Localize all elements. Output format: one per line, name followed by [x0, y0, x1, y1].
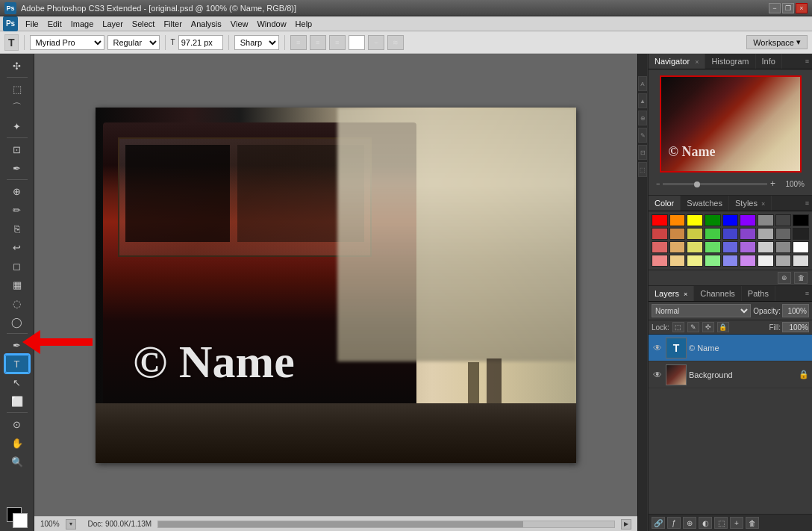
- align-right-button[interactable]: ≡: [329, 35, 346, 50]
- fill-input[interactable]: [782, 322, 809, 332]
- shape-tool[interactable]: ⬜: [5, 392, 29, 410]
- swatch-7[interactable]: [775, 214, 792, 226]
- swatch-18[interactable]: [652, 241, 668, 253]
- hand-tool[interactable]: ✋: [5, 434, 29, 452]
- 3d-tool[interactable]: ⊙: [5, 415, 29, 433]
- tab-styles[interactable]: Styles ×: [729, 196, 772, 211]
- delete-layer-button[interactable]: 🗑: [746, 517, 759, 529]
- crop-tool[interactable]: ⊡: [5, 140, 29, 158]
- clone-stamp-tool[interactable]: ⎘: [5, 220, 29, 237]
- menu-window[interactable]: Window: [252, 18, 290, 30]
- lasso-tool[interactable]: ⌒: [5, 99, 29, 117]
- menu-image[interactable]: Image: [66, 18, 99, 30]
- panel-icon-3[interactable]: ⊕: [638, 111, 647, 125]
- swatch-17[interactable]: [793, 228, 809, 240]
- eraser-tool[interactable]: ◻: [5, 257, 29, 275]
- warp-text-button[interactable]: ⌣: [368, 35, 384, 50]
- horizontal-scrollbar[interactable]: [157, 521, 615, 528]
- text-color-swatch[interactable]: [349, 35, 365, 50]
- swatch-20[interactable]: [687, 241, 703, 253]
- layer-mask-button[interactable]: ⊕: [683, 517, 696, 529]
- layer-visibility-bg[interactable]: 👁: [652, 369, 663, 381]
- swatch-10[interactable]: [669, 228, 686, 240]
- align-left-button[interactable]: ≡: [290, 35, 307, 50]
- swatch-4[interactable]: [722, 214, 739, 226]
- new-layer-button[interactable]: +: [730, 517, 743, 529]
- swatch-27[interactable]: [652, 255, 668, 267]
- zoom-tool[interactable]: 🔍: [5, 453, 29, 471]
- swatch-15[interactable]: [758, 228, 774, 240]
- layer-item-background[interactable]: 👁 Background 🔒: [649, 361, 812, 388]
- path-selection-tool[interactable]: ↖: [5, 373, 29, 391]
- tab-histogram[interactable]: Histogram: [705, 54, 755, 69]
- lock-all-button[interactable]: 🔒: [717, 322, 729, 332]
- swatch-33[interactable]: [758, 255, 774, 267]
- swatch-22[interactable]: [722, 241, 739, 253]
- layer-visibility-name[interactable]: 👁: [652, 342, 663, 354]
- create-new-channel-button[interactable]: ⊕: [778, 272, 791, 284]
- magic-wand-tool[interactable]: ✦: [5, 117, 29, 135]
- workspace-button[interactable]: Workspace ▾: [746, 35, 808, 49]
- swatch-14[interactable]: [740, 228, 756, 240]
- swatch-26[interactable]: [793, 241, 809, 253]
- brush-tool[interactable]: ✏: [5, 201, 29, 219]
- swatch-34[interactable]: [775, 255, 792, 267]
- scroll-right-button[interactable]: ▶: [621, 519, 631, 530]
- close-navigator-tab[interactable]: ×: [695, 58, 699, 66]
- swatch-25[interactable]: [775, 241, 792, 253]
- gradient-tool[interactable]: ▦: [5, 276, 29, 294]
- delete-swatch-button[interactable]: 🗑: [794, 272, 808, 284]
- swatch-30[interactable]: [705, 255, 721, 267]
- eyedropper-tool[interactable]: ✒: [5, 159, 29, 177]
- menu-view[interactable]: View: [226, 18, 253, 30]
- close-styles-tab[interactable]: ×: [761, 200, 765, 208]
- swatch-1[interactable]: [669, 214, 686, 226]
- swatch-29[interactable]: [687, 255, 703, 267]
- font-size-input[interactable]: [178, 35, 223, 50]
- swatch-31[interactable]: [722, 255, 739, 267]
- zoom-slider-thumb[interactable]: [694, 181, 700, 187]
- swatch-6[interactable]: [758, 214, 774, 226]
- swatch-8[interactable]: [793, 214, 809, 226]
- tab-navigator[interactable]: Navigator ×: [649, 54, 705, 69]
- lock-image-pixels-button[interactable]: ✎: [687, 322, 699, 332]
- background-color[interactable]: [13, 513, 28, 528]
- panel-icon-4[interactable]: ✎: [638, 128, 647, 143]
- layers-panel-menu[interactable]: ≡: [802, 290, 812, 297]
- opacity-input[interactable]: [782, 304, 809, 317]
- link-layers-button[interactable]: 🔗: [652, 517, 665, 529]
- swatch-28[interactable]: [669, 255, 686, 267]
- marquee-tool[interactable]: ⬚: [5, 80, 29, 98]
- zoom-slider[interactable]: [663, 183, 767, 185]
- swatch-35[interactable]: [793, 255, 809, 267]
- tab-channels[interactable]: Channels: [694, 286, 741, 301]
- color-panel-menu[interactable]: ≡: [802, 199, 812, 207]
- close-button[interactable]: ×: [796, 3, 808, 13]
- swatch-9[interactable]: [652, 228, 668, 240]
- menu-help[interactable]: Help: [291, 18, 317, 30]
- close-layers-tab[interactable]: ×: [684, 291, 687, 298]
- tab-swatches[interactable]: Swatches: [681, 196, 729, 211]
- zoom-menu-button[interactable]: ▾: [66, 519, 76, 530]
- font-style-select[interactable]: Regular: [107, 35, 160, 50]
- lock-position-button[interactable]: ✣: [702, 322, 714, 332]
- navigator-panel-menu[interactable]: ≡: [802, 58, 812, 65]
- menu-edit[interactable]: Edit: [43, 18, 66, 30]
- zoom-out-icon[interactable]: −: [656, 180, 660, 187]
- swatch-32[interactable]: [740, 255, 756, 267]
- photoshop-canvas[interactable]: © Name: [96, 108, 576, 463]
- dodge-tool[interactable]: ◯: [5, 313, 29, 331]
- blur-tool[interactable]: ◌: [5, 294, 29, 312]
- lock-transparent-pixels-button[interactable]: ⬚: [672, 322, 684, 332]
- swatch-3[interactable]: [705, 214, 721, 226]
- swatch-5[interactable]: [740, 214, 756, 226]
- panel-icon-1[interactable]: A: [638, 76, 647, 91]
- layer-item-name[interactable]: 👁 T © Name: [649, 335, 812, 361]
- move-tool[interactable]: ✣: [5, 57, 29, 75]
- font-family-select[interactable]: Myriad Pro: [30, 35, 104, 50]
- tab-color[interactable]: Color: [649, 196, 681, 211]
- swatch-0[interactable]: [652, 214, 668, 226]
- menu-layer[interactable]: Layer: [98, 18, 128, 30]
- panel-icon-6[interactable]: ⬚: [638, 162, 647, 177]
- adjustment-layer-button[interactable]: ◐: [699, 517, 712, 529]
